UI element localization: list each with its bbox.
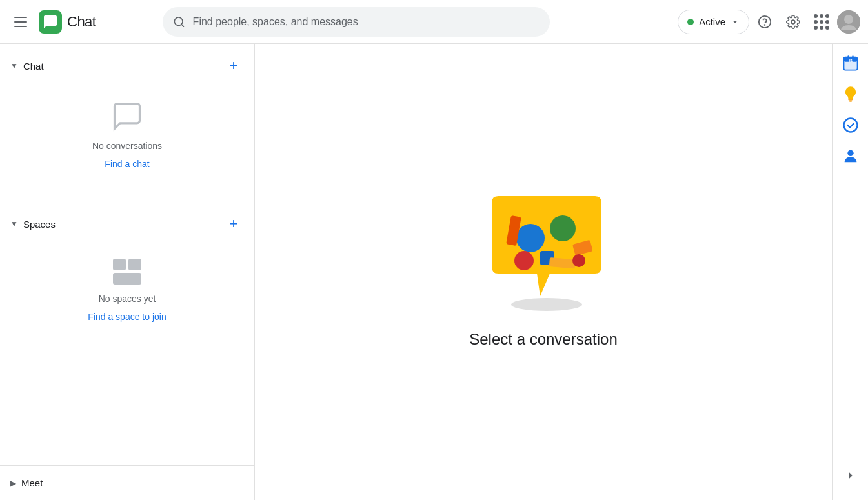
spaces-empty-state: No spaces yet Find a space to join bbox=[0, 238, 254, 341]
svg-rect-8 bbox=[128, 259, 141, 270]
spaces-chevron-icon: ▼ bbox=[10, 219, 18, 228]
apps-grid-icon bbox=[814, 14, 829, 30]
spaces-section-header[interactable]: ▼ Spaces + bbox=[0, 210, 254, 238]
calendar-button[interactable]: 31 bbox=[836, 49, 865, 77]
svg-point-10 bbox=[511, 298, 582, 311]
svg-point-11 bbox=[516, 224, 545, 252]
help-circle-icon bbox=[758, 15, 772, 29]
tasks-icon bbox=[842, 116, 860, 134]
find-chat-link[interactable]: Find a chat bbox=[105, 159, 149, 169]
active-status-button[interactable]: Active bbox=[678, 10, 749, 34]
meet-chevron-icon: ▶ bbox=[10, 479, 16, 488]
svg-line-1 bbox=[181, 24, 183, 26]
svg-rect-26 bbox=[849, 100, 852, 101]
app-title: Chat bbox=[67, 14, 96, 30]
settings-button[interactable] bbox=[780, 9, 806, 35]
chevron-down-icon bbox=[731, 17, 740, 26]
select-conversation-text: Select a conversation bbox=[469, 330, 617, 348]
chevron-right-icon bbox=[843, 468, 858, 483]
user-avatar[interactable] bbox=[837, 10, 860, 34]
meet-section: ▶ Meet bbox=[0, 465, 254, 500]
gear-icon bbox=[786, 15, 800, 29]
svg-point-27 bbox=[843, 119, 857, 132]
right-panel: 31 bbox=[832, 44, 868, 500]
find-space-link[interactable]: Find a space to join bbox=[88, 312, 166, 322]
sidebar-divider-1 bbox=[0, 199, 254, 199]
search-input[interactable] bbox=[193, 16, 540, 28]
keep-icon bbox=[842, 85, 860, 103]
chat-empty-state: No conversations Find a chat bbox=[0, 80, 254, 188]
topbar-left: Chat bbox=[8, 9, 96, 35]
spaces-empty-icon bbox=[112, 257, 143, 286]
chat-section-title: ▼ Chat bbox=[10, 61, 44, 72]
svg-rect-7 bbox=[113, 259, 126, 270]
tasks-button[interactable] bbox=[836, 111, 865, 139]
expand-panel-button[interactable] bbox=[836, 461, 865, 490]
contacts-icon bbox=[842, 147, 860, 165]
new-chat-button[interactable]: + bbox=[223, 55, 244, 76]
help-button[interactable] bbox=[752, 9, 778, 35]
center-content: Select a conversation bbox=[255, 44, 832, 500]
search-icon bbox=[173, 15, 185, 28]
svg-rect-24 bbox=[852, 55, 853, 59]
contacts-button[interactable] bbox=[836, 142, 865, 170]
svg-point-13 bbox=[514, 251, 534, 270]
chat-chevron-icon: ▼ bbox=[10, 61, 18, 70]
sidebar: ▼ Chat + No conversations Find a chat ▼ … bbox=[0, 44, 255, 500]
new-space-button[interactable]: + bbox=[223, 214, 244, 234]
illustration bbox=[479, 196, 608, 315]
app-logo bbox=[39, 10, 62, 34]
spaces-section: ▼ Spaces + No spaces yet Find a space to… bbox=[0, 202, 254, 349]
calendar-icon: 31 bbox=[842, 54, 860, 72]
apps-grid-button[interactable] bbox=[809, 9, 834, 35]
meet-section-header[interactable]: ▶ Meet bbox=[0, 474, 254, 492]
chat-section-header[interactable]: ▼ Chat + bbox=[0, 52, 254, 80]
main-area: ▼ Chat + No conversations Find a chat ▼ … bbox=[0, 44, 868, 500]
chat-section-label: Chat bbox=[23, 61, 44, 72]
svg-point-6 bbox=[844, 15, 853, 24]
meet-section-label: Meet bbox=[21, 477, 43, 488]
svg-point-4 bbox=[791, 20, 795, 24]
svg-rect-25 bbox=[848, 99, 853, 100]
svg-point-12 bbox=[550, 215, 576, 241]
svg-text:31: 31 bbox=[848, 59, 853, 63]
svg-point-28 bbox=[847, 150, 853, 156]
svg-point-18 bbox=[572, 254, 585, 267]
topbar-right: Active bbox=[678, 9, 860, 35]
keep-button[interactable] bbox=[836, 80, 865, 108]
active-label: Active bbox=[699, 16, 725, 27]
chat-empty-text: No conversations bbox=[92, 141, 162, 151]
spaces-section-label: Spaces bbox=[23, 219, 56, 230]
hamburger-menu-button[interactable] bbox=[8, 9, 34, 35]
chat-empty-icon bbox=[110, 99, 144, 133]
topbar: Chat Active bbox=[0, 0, 868, 44]
spaces-empty-text: No spaces yet bbox=[99, 294, 156, 304]
active-dot bbox=[687, 19, 694, 25]
spaces-section-title: ▼ Spaces bbox=[10, 219, 56, 230]
svg-rect-23 bbox=[847, 55, 849, 59]
search-bar[interactable] bbox=[163, 7, 550, 37]
chat-section: ▼ Chat + No conversations Find a chat bbox=[0, 44, 254, 196]
svg-rect-9 bbox=[113, 273, 141, 285]
